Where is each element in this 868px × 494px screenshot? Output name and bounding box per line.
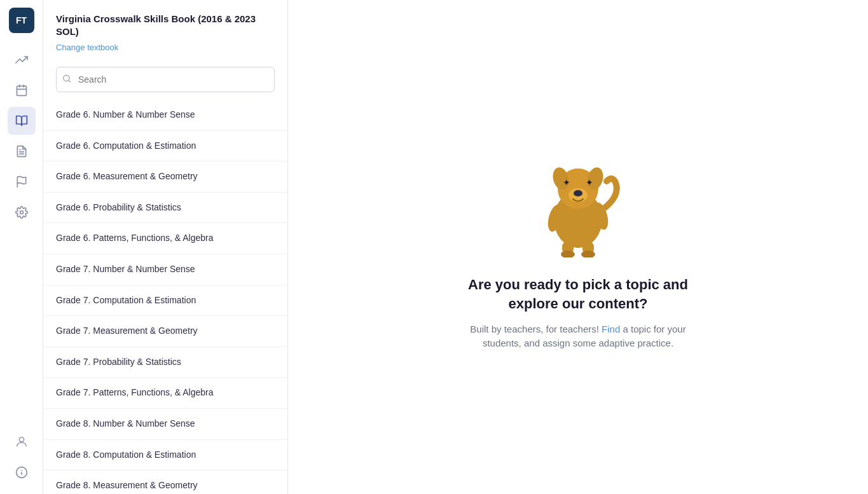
empty-state-title: Are you ready to pick a topic and explor… — [457, 275, 699, 313]
find-topic-link[interactable]: Find — [602, 324, 620, 334]
sidebar-item-g8-computation[interactable]: Grade 8. Computation & Estimation — [43, 440, 287, 471]
svg-text:✦: ✦ — [586, 177, 593, 188]
icon-bar-top: FT — [8, 8, 36, 425]
svg-point-8 — [19, 437, 24, 442]
calendar-icon[interactable] — [8, 76, 36, 104]
document-icon[interactable] — [8, 137, 36, 165]
sidebar-header: Virginia Crosswalk Skills Book (2016 & 2… — [43, 0, 287, 60]
svg-point-19 — [574, 190, 582, 196]
sidebar-item-g6-measurement[interactable]: Grade 6. Measurement & Geometry — [43, 161, 287, 193]
svg-rect-0 — [17, 86, 26, 95]
search-container — [56, 67, 275, 92]
settings-icon[interactable] — [8, 198, 36, 226]
svg-line-13 — [69, 80, 71, 82]
flag-icon[interactable] — [8, 168, 36, 196]
empty-state-subtitle: Built by teachers, for teachers! Find a … — [457, 322, 699, 351]
sidebar-item-g7-measurement[interactable]: Grade 7. Measurement & Geometry — [43, 316, 287, 347]
svg-text:✦: ✦ — [563, 177, 570, 188]
sidebar-title: Virginia Crosswalk Skills Book (2016 & 2… — [56, 13, 275, 38]
sidebar-item-g6-probability[interactable]: Grade 6. Probability & Statistics — [43, 193, 287, 224]
sidebar-item-g6-computation[interactable]: Grade 6. Computation & Estimation — [43, 131, 287, 162]
analytics-icon[interactable] — [8, 46, 36, 74]
sidebar-item-g6-number[interactable]: Grade 6. Number & Number Sense — [43, 100, 287, 131]
sidebar-item-g7-patterns[interactable]: Grade 7. Patterns, Functions, & Algebra — [43, 378, 287, 409]
sidebar-item-g8-number[interactable]: Grade 8. Number & Number Sense — [43, 409, 287, 440]
help-icon[interactable] — [8, 458, 36, 486]
sidebar-list: Grade 6. Number & Number SenseGrade 6. C… — [43, 100, 287, 494]
change-textbook-link[interactable]: Change textbook — [56, 43, 118, 52]
sidebar-item-g7-computation[interactable]: Grade 7. Computation & Estimation — [43, 285, 287, 317]
sidebar-item-g7-number[interactable]: Grade 7. Number & Number Sense — [43, 254, 287, 285]
main-content: ✦ ✦ Are you ready to pick a topic and ex… — [288, 0, 868, 494]
sidebar-item-g7-probability[interactable]: Grade 7. Probability & Statistics — [43, 347, 287, 378]
sidebar-item-g6-patterns[interactable]: Grade 6. Patterns, Functions, & Algebra — [43, 223, 287, 254]
icon-bar: FT — [0, 0, 43, 494]
dog-illustration: ✦ ✦ — [527, 143, 629, 257]
sidebar: Virginia Crosswalk Skills Book (2016 & 2… — [43, 0, 288, 494]
books-icon[interactable] — [8, 107, 36, 135]
search-input[interactable] — [56, 67, 275, 92]
icon-bar-bottom — [8, 428, 36, 486]
user-avatar[interactable] — [8, 428, 36, 456]
sidebar-item-g8-measurement[interactable]: Grade 8. Measurement & Geometry — [43, 470, 287, 494]
empty-state: ✦ ✦ Are you ready to pick a topic and ex… — [444, 130, 712, 363]
search-icon — [62, 74, 71, 85]
svg-point-7 — [20, 211, 23, 214]
app-logo[interactable]: FT — [9, 8, 34, 33]
